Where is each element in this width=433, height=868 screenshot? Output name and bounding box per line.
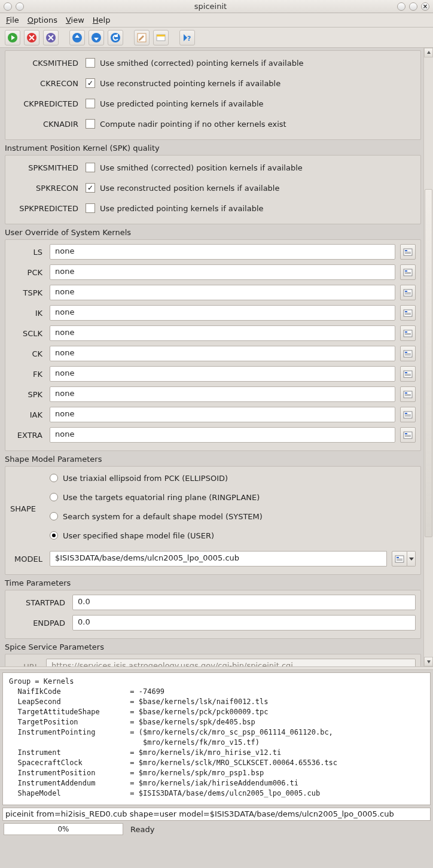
cksmithed-text: Use smithed (corrected) pointing kernels… — [100, 59, 304, 68]
scroll-track[interactable] — [424, 57, 433, 657]
menu-options[interactable]: Options — [28, 16, 57, 25]
shape-option-0-radio[interactable] — [50, 474, 58, 482]
stop-button[interactable] — [24, 30, 39, 45]
toolbar-separator — [62, 30, 66, 45]
svg-rect-39 — [405, 392, 407, 394]
shape-option-3-text: User specified shape model file (USER) — [63, 531, 214, 540]
spksmithed-checkbox[interactable] — [86, 163, 95, 172]
svg-rect-32 — [405, 354, 411, 354]
model-input[interactable]: $ISIS3DATA/base/dems/ulcn2005_lpo_0005.c… — [50, 551, 387, 567]
spk-param-label: SPKRECON — [10, 184, 81, 193]
svg-point-5 — [111, 33, 120, 42]
iak-input[interactable]: none — [50, 407, 395, 422]
svg-rect-12 — [405, 252, 411, 252]
splitter[interactable] — [0, 666, 433, 670]
startpad-input[interactable]: 0.0 — [72, 595, 416, 610]
svg-rect-13 — [405, 253, 411, 254]
up-button[interactable] — [69, 30, 85, 45]
sclk-browse-button[interactable] — [400, 325, 416, 341]
scroll-thumb[interactable] — [425, 189, 432, 537]
shape-option-2-radio[interactable] — [50, 512, 58, 520]
ckpredicted-checkbox[interactable] — [86, 99, 95, 108]
refresh-button[interactable] — [108, 30, 123, 45]
ls-label: LS — [10, 248, 45, 257]
spk-input[interactable]: none — [50, 386, 395, 402]
override-group: LS none PCK none TSPK none IK none SCLK … — [5, 239, 421, 451]
ls-input[interactable]: none — [50, 244, 395, 260]
pck-browse-button[interactable] — [400, 264, 416, 280]
window-pin-icon[interactable] — [16, 2, 24, 11]
cancel-button[interactable] — [43, 30, 59, 45]
iak-browse-button[interactable] — [400, 407, 416, 422]
spkpredicted-checkbox[interactable] — [86, 203, 95, 213]
window-menu-icon[interactable] — [4, 2, 12, 11]
shape-option-1-radio[interactable] — [50, 493, 58, 501]
extra-input[interactable]: none — [50, 427, 395, 443]
menu-help[interactable]: Help — [93, 16, 111, 25]
toolbar-separator — [172, 30, 176, 45]
ck-browse-button[interactable] — [400, 346, 416, 361]
clear-button[interactable] — [153, 30, 169, 45]
endpad-input[interactable]: 0.0 — [72, 615, 416, 631]
menu-view[interactable]: View — [66, 16, 84, 25]
tspk-browse-button[interactable] — [400, 285, 416, 300]
shape-option-3-radio[interactable] — [50, 531, 58, 540]
svg-rect-44 — [405, 415, 411, 415]
spk-browse-button[interactable] — [400, 386, 416, 402]
url-input: https://services.isis.astrogeology.usgs.… — [46, 659, 416, 666]
svg-rect-25 — [405, 314, 411, 315]
vertical-scrollbar[interactable] — [423, 48, 433, 666]
ckrecon-checkbox[interactable] — [86, 78, 95, 88]
svg-rect-37 — [405, 375, 411, 376]
svg-rect-45 — [405, 416, 411, 416]
minimize-button[interactable] — [397, 2, 405, 11]
sclk-label: SCLK — [10, 329, 45, 338]
spkrecon-checkbox[interactable] — [86, 183, 95, 193]
svg-rect-24 — [405, 313, 411, 313]
fk-input[interactable]: none — [50, 366, 395, 382]
model-dropdown-button[interactable] — [407, 551, 416, 567]
down-button[interactable] — [89, 30, 104, 45]
status-bar: 0% Ready — [0, 821, 433, 837]
scroll-down-button[interactable] — [424, 657, 433, 666]
ck-input[interactable]: none — [50, 346, 395, 361]
edit-button[interactable] — [134, 30, 150, 45]
spk-param-label: SPKPREDICTED — [10, 204, 81, 213]
fk-browse-button[interactable] — [400, 366, 416, 382]
close-button[interactable]: × — [421, 2, 429, 11]
cknadir-checkbox[interactable] — [86, 119, 95, 129]
help-button[interactable]: ? — [179, 30, 195, 45]
extra-label: EXTRA — [10, 431, 45, 440]
shape-option-1-text: Use the targets equatorial ring plane (R… — [63, 493, 260, 502]
pck-input[interactable]: none — [50, 264, 395, 280]
ckpredicted-text: Use predicted pointing kernels if availa… — [100, 99, 264, 108]
svg-rect-15 — [405, 270, 407, 272]
sclk-input[interactable]: none — [50, 325, 395, 341]
svg-text:?: ? — [187, 35, 191, 42]
extra-browse-button[interactable] — [400, 427, 416, 443]
menubar: File Options View Help — [0, 13, 433, 28]
svg-rect-20 — [405, 293, 411, 293]
ck-param-label: CKRECON — [10, 79, 81, 88]
run-button[interactable] — [5, 30, 20, 45]
fk-label: FK — [10, 370, 45, 379]
scroll-up-button[interactable] — [424, 48, 433, 57]
time-group: STARTPAD 0.0 ENDPAD 0.0 — [5, 590, 421, 639]
ik-input[interactable]: none — [50, 305, 395, 321]
tspk-input[interactable]: none — [50, 285, 395, 300]
shape-group-label: Shape Model Parameters — [5, 455, 421, 464]
ls-browse-button[interactable] — [400, 244, 416, 260]
svg-rect-53 — [397, 560, 402, 561]
shape-option-2-text: Search system for a default shape model … — [63, 512, 263, 521]
ck-label: CK — [10, 349, 45, 358]
ik-browse-button[interactable] — [400, 305, 416, 321]
log-output[interactable]: Group = Kernels NaifIkCode = -74699 Leap… — [2, 672, 431, 805]
menu-file[interactable]: File — [6, 16, 19, 25]
command-line[interactable]: piceinit from=hi2isis_RED0.cub shape=use… — [2, 808, 431, 821]
cksmithed-checkbox[interactable] — [86, 58, 95, 68]
progress-bar: 0% — [4, 823, 123, 835]
spice-group-label: Spice Service Parameters — [5, 642, 421, 651]
ck-param-label: CKSMITHED — [10, 59, 81, 68]
maximize-button[interactable] — [409, 2, 417, 11]
model-browse-button[interactable] — [392, 551, 407, 567]
